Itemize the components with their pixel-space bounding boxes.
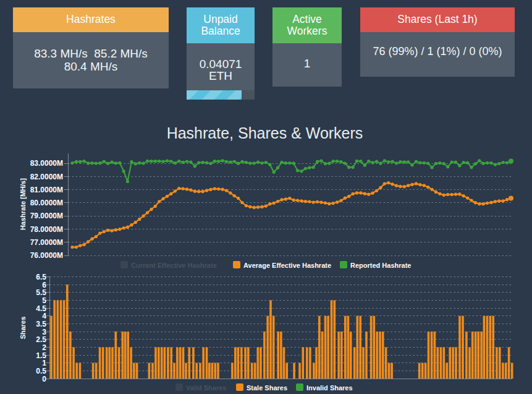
- svg-text:76.0000M: 76.0000M: [30, 251, 63, 260]
- svg-text:Stale Shares: Stale Shares: [247, 384, 287, 392]
- svg-text:Reported Hashrate: Reported Hashrate: [350, 262, 411, 269]
- svg-text:1: 1: [42, 359, 46, 367]
- svg-text:4: 4: [42, 312, 46, 320]
- svg-text:81.0000M: 81.0000M: [30, 186, 63, 194]
- svg-text:2: 2: [42, 343, 46, 352]
- svg-text:Invalid Shares: Invalid Shares: [306, 384, 353, 392]
- svg-text:6.5: 6.5: [36, 273, 46, 281]
- svg-text:5.5: 5.5: [36, 288, 46, 297]
- svg-text:Average Effective Hashrate: Average Effective Hashrate: [243, 262, 331, 269]
- svg-text:2.5: 2.5: [36, 335, 46, 344]
- svg-text:4.5: 4.5: [36, 304, 46, 313]
- svg-text:83.0000M: 83.0000M: [30, 159, 63, 168]
- svg-text:1.5: 1.5: [36, 351, 46, 360]
- svg-text:6: 6: [42, 281, 46, 289]
- svg-text:3: 3: [42, 328, 46, 336]
- svg-text:5: 5: [42, 296, 46, 305]
- svg-text:82.0000M: 82.0000M: [30, 173, 63, 181]
- svg-text:Current Effective Hashrate: Current Effective Hashrate: [131, 262, 217, 269]
- svg-text:80.0000M: 80.0000M: [30, 199, 63, 207]
- svg-text:77.0000M: 77.0000M: [30, 238, 63, 247]
- svg-text:Hashrate [MH/s]: Hashrate [MH/s]: [19, 178, 27, 230]
- svg-text:Shares: Shares: [19, 317, 27, 340]
- svg-text:0.5: 0.5: [36, 367, 46, 375]
- svg-text:0: 0: [42, 375, 46, 383]
- svg-text:79.0000M: 79.0000M: [30, 212, 63, 220]
- svg-text:Valid Shares: Valid Shares: [186, 384, 226, 392]
- svg-text:3.5: 3.5: [36, 320, 46, 328]
- svg-text:78.0000M: 78.0000M: [30, 225, 63, 234]
